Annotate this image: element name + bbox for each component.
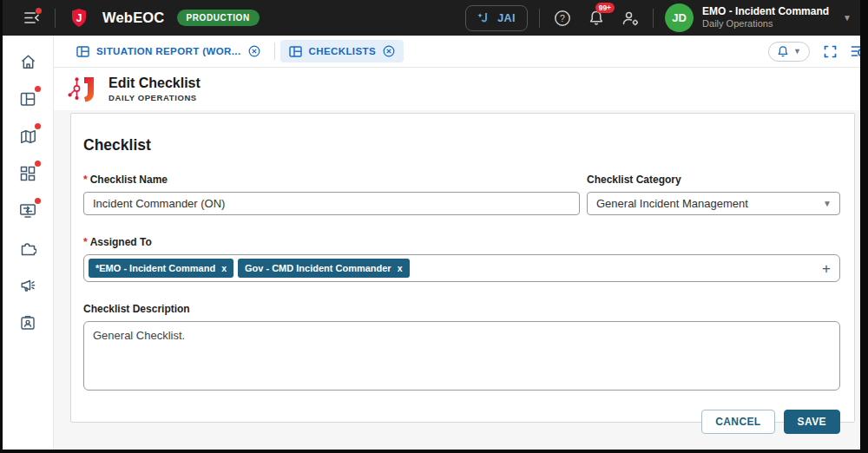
board-notifications-button[interactable]: ▼ <box>768 42 810 62</box>
tab-label: CHECKLISTS <box>309 46 376 56</box>
webeoc-app: J WebEOC PRODUCTION JAI ? 99+ JD <box>3 0 860 450</box>
top-bar-divider <box>653 9 654 28</box>
tab-separator <box>274 43 275 60</box>
jai-button[interactable]: JAI <box>465 5 528 31</box>
description-label: Checklist Description <box>83 303 840 315</box>
sidebar-item-maps[interactable] <box>15 123 41 149</box>
board-search-icon[interactable] <box>850 43 860 60</box>
plugins-icon <box>20 240 36 257</box>
selected-category: General Incident Management <box>596 197 748 210</box>
form-section-title: Checklist <box>83 136 840 154</box>
environment-badge: PRODUCTION <box>177 10 260 26</box>
close-circle-icon[interactable] <box>383 45 395 57</box>
jai-button-label: JAI <box>497 12 516 24</box>
tab-bar-tools: ▼ <box>768 42 860 62</box>
required-asterisk: * <box>83 236 88 248</box>
assigned-to-label: *Assigned To <box>83 236 840 248</box>
select-caret-icon: ▼ <box>823 199 832 208</box>
top-bar-divider <box>55 9 56 28</box>
checklist-name-label: *Checklist Name <box>83 174 580 186</box>
sidebar-item-announcements[interactable] <box>15 272 41 299</box>
sidebar-item-home[interactable] <box>15 49 41 75</box>
page-title: Edit Checklist <box>108 75 201 93</box>
juvare-checklist-logo <box>68 74 99 105</box>
boards-icon <box>20 92 36 107</box>
tab-label: SITUATION REPORT (WOR... <box>96 46 241 56</box>
menu-alert-dot <box>36 8 42 14</box>
checklist-category-label: Checklist Category <box>587 174 840 186</box>
checklist-category-select[interactable]: General Incident Management ▼ <box>587 192 840 215</box>
fullscreen-icon[interactable] <box>821 43 838 60</box>
add-assignee-icon[interactable]: + <box>822 261 831 276</box>
assigned-to-input[interactable]: *EMO - Incident Command x Gov - CMD Inci… <box>83 254 840 282</box>
notification-count-badge: 99+ <box>595 3 615 14</box>
top-bar-right: JAI ? 99+ JD EMO - Incident Command Dail… <box>465 3 852 32</box>
cancel-button[interactable]: CANCEL <box>701 410 774 434</box>
user-incident: Daily Operations <box>702 18 829 30</box>
sidebar-item-apps[interactable] <box>15 161 41 187</box>
close-circle-icon[interactable] <box>248 45 260 57</box>
assigned-to-field: *Assigned To *EMO - Incident Command x G… <box>83 236 840 282</box>
displays-icon <box>19 203 36 219</box>
brand-name: WebEOC <box>102 10 165 26</box>
jai-logo-icon <box>477 11 491 25</box>
tab-checklists[interactable]: CHECKLISTS <box>280 40 404 62</box>
checklist-name-input[interactable] <box>83 192 580 215</box>
main-area: SITUATION REPORT (WOR... CHECKLISTS ▼ <box>54 36 860 450</box>
announcements-icon <box>20 279 36 293</box>
chip-remove-icon[interactable]: x <box>221 263 227 273</box>
required-asterisk: * <box>83 174 88 186</box>
sidebar-item-boards[interactable] <box>15 86 41 112</box>
notification-bell-icon <box>777 45 789 58</box>
description-field: Checklist Description General Checklist. <box>83 303 840 394</box>
sidebar-item-contacts[interactable] <box>15 310 41 336</box>
sidebar-item-plugins[interactable] <box>15 235 41 261</box>
save-button[interactable]: SAVE <box>784 410 840 434</box>
sidebar-nav <box>3 36 54 450</box>
chip-label: *EMO - Incident Command <box>95 263 215 273</box>
top-bar: J WebEOC PRODUCTION JAI ? 99+ JD <box>3 0 860 36</box>
app-body: SITUATION REPORT (WOR... CHECKLISTS ▼ <box>3 36 860 450</box>
board-icon <box>76 46 89 57</box>
page-header-text: Edit Checklist DAILY OPERATIONS <box>108 75 201 103</box>
name-category-row: *Checklist Name Checklist Category Gener… <box>83 174 840 215</box>
boards-alert-dot <box>35 86 41 92</box>
apps-icon <box>20 166 36 181</box>
notifications-bell-icon[interactable]: 99+ <box>585 7 608 30</box>
page-subtitle: DAILY OPERATIONS <box>108 93 201 103</box>
chip-remove-icon[interactable]: x <box>398 263 403 273</box>
user-avatar: JD <box>665 3 694 32</box>
assigned-chip: *EMO - Incident Command x <box>89 259 233 278</box>
home-icon <box>20 54 36 70</box>
chip-label: Gov - CMD Incident Commander <box>245 263 391 273</box>
user-position: EMO - Incident Command <box>702 5 829 18</box>
juvare-shield-logo: J <box>68 7 90 30</box>
top-bar-left: J WebEOC PRODUCTION <box>20 7 260 30</box>
form-actions: CANCEL SAVE <box>83 410 840 434</box>
collapse-menu-icon[interactable] <box>20 7 43 30</box>
board-icon <box>289 46 302 57</box>
assigned-chip: Gov - CMD Incident Commander x <box>238 259 410 278</box>
tab-situation-report[interactable]: SITUATION REPORT (WOR... <box>68 40 269 62</box>
sidebar-item-displays[interactable] <box>15 198 41 224</box>
user-info: EMO - Incident Command Daily Operations <box>702 5 829 30</box>
screen-frame: J WebEOC PRODUCTION JAI ? 99+ JD <box>0 0 868 453</box>
user-admin-icon[interactable] <box>619 7 641 30</box>
checklist-name-field: *Checklist Name <box>83 174 580 215</box>
content-area: Checklist *Checklist Name Checklist Cate… <box>54 110 860 450</box>
maps-icon <box>20 129 36 144</box>
top-bar-divider <box>539 9 540 28</box>
bell-caret-icon: ▼ <box>793 47 801 56</box>
contacts-icon <box>20 315 36 331</box>
description-textarea[interactable]: General Checklist. <box>83 321 840 391</box>
user-menu-caret-icon: ▼ <box>843 13 852 23</box>
svg-text:J: J <box>76 11 82 23</box>
page-header: Edit Checklist DAILY OPERATIONS <box>54 67 860 110</box>
help-icon[interactable]: ? <box>551 7 574 30</box>
tab-bar: SITUATION REPORT (WOR... CHECKLISTS ▼ <box>54 36 860 67</box>
user-menu[interactable]: JD EMO - Incident Command Daily Operatio… <box>665 3 852 32</box>
checklist-category-field: Checklist Category General Incident Mana… <box>587 174 840 215</box>
apps-alert-dot <box>35 161 41 167</box>
svg-text:?: ? <box>560 13 565 23</box>
maps-alert-dot <box>35 123 41 129</box>
